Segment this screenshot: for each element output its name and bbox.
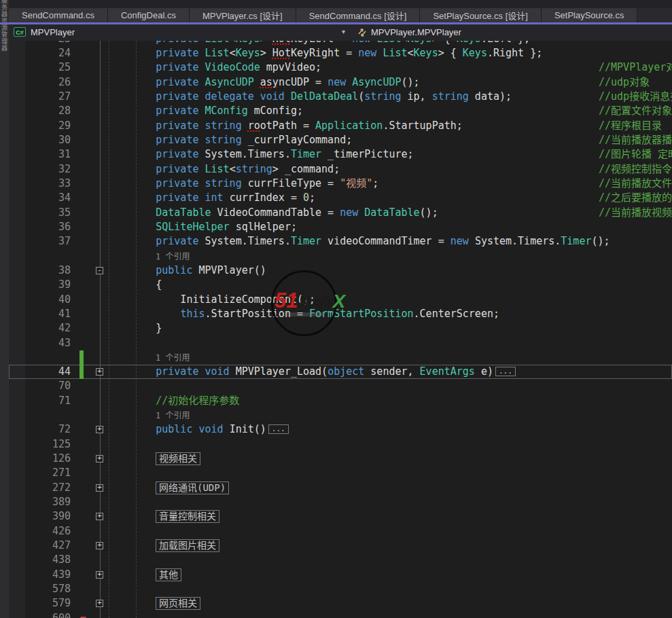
- code-token: >: [260, 47, 272, 59]
- line-number: 439: [9, 568, 71, 582]
- code-token: private: [156, 235, 205, 247]
- code-line: 71 //初始化程序参数: [9, 394, 672, 408]
- line-number: 600: [9, 611, 71, 618]
- line-number: 25: [9, 60, 71, 75]
- code-token: DataTable: [156, 206, 211, 219]
- line-number: 427: [9, 539, 71, 553]
- breadcrumb-member-dropdown[interactable]: MPVPlayer.MPVPlayer: [371, 27, 461, 37]
- fold-toggle[interactable]: +: [96, 484, 103, 492]
- collapsed-body-box[interactable]: ...: [268, 424, 289, 434]
- code-text: public MPVPlayer(): [107, 263, 672, 278]
- line-number: 24: [9, 46, 71, 60]
- codelens-references[interactable]: 1 个引用: [107, 353, 190, 363]
- code-token: new: [352, 41, 376, 45]
- tab[interactable]: MPVPlayer.cs [设计]: [190, 8, 296, 22]
- code-token: ;: [309, 192, 315, 204]
- code-token: Timer: [291, 235, 321, 247]
- code-text: 音量控制相关: [107, 509, 672, 524]
- code-line: 44+ private void MPVPlayer_Load(object s…: [9, 365, 672, 379]
- code-token: List: [205, 47, 230, 59]
- tab[interactable]: SendCommand.cs: [9, 8, 108, 22]
- codelens-references[interactable]: 1 个引用: [107, 252, 190, 261]
- tab[interactable]: SendCommand.cs [设计]: [296, 8, 421, 22]
- line-number: 32: [9, 162, 71, 177]
- code-token: public void: [156, 423, 229, 435]
- member-navigation-icon: [357, 26, 368, 41]
- fold-toggle[interactable]: +: [96, 426, 103, 433]
- collapsed-region[interactable]: 视频相关: [156, 452, 200, 465]
- code-token: >: [260, 41, 272, 45]
- line-number: 31: [9, 147, 71, 162]
- code-line: 271: [9, 466, 672, 480]
- code-editor[interactable]: 23 private List<Keys> HotKeyLeft = new L…: [9, 41, 672, 618]
- line-number: 35: [9, 206, 71, 220]
- code-token: FormStartPosition: [309, 308, 414, 320]
- collapsed-toolwindow-strip[interactable]: 服务器资源管理器: [0, 0, 9, 618]
- tab-label: MPVPlayer.cs [设计]: [202, 9, 283, 22]
- code-text: private System.Timers.Timer _timerPictur…: [107, 147, 672, 162]
- fold-toggle[interactable]: +: [96, 571, 103, 579]
- code-line: 438: [9, 553, 672, 567]
- code-token: VideoCommandTable =: [211, 206, 340, 219]
- fold-toggle[interactable]: +: [96, 455, 103, 462]
- code-token: [107, 163, 156, 175]
- fold-toggle[interactable]: -: [96, 267, 103, 274]
- code-token: private int: [156, 192, 229, 204]
- code-line: 28 private MConfig mConfig;//配置文件对象: [9, 104, 672, 118]
- code-token: [107, 308, 180, 320]
- code-token: List: [383, 47, 407, 59]
- code-token: otPath =: [260, 120, 315, 132]
- code-line: 1 个引用: [9, 350, 672, 365]
- code-line: 37 private System.Timers.Timer videoComm…: [9, 234, 672, 249]
- tab[interactable]: SetPlaySource.cs: [542, 8, 638, 22]
- fold-toggle[interactable]: +: [96, 513, 103, 520]
- fold-toggle[interactable]: +: [96, 542, 103, 549]
- code-token: _timerPicture;: [321, 148, 413, 160]
- code-token: string: [432, 90, 469, 103]
- tab[interactable]: ConfigDeal.cs: [108, 8, 190, 22]
- collapsed-region[interactable]: 其他: [156, 568, 181, 581]
- code-token: Application: [315, 120, 383, 132]
- code-token: [107, 192, 156, 204]
- code-token: [107, 221, 156, 233]
- code-token: SQLiteHelper: [156, 221, 229, 233]
- code-token: private string: [156, 134, 247, 146]
- code-line: 29 private string rootPath = Application…: [9, 119, 672, 133]
- fold-toggle[interactable]: +: [96, 368, 103, 376]
- code-token: ncUDP =: [279, 76, 328, 88]
- code-text: private VideoCode mpvVideo;//MPVPlayer对象: [107, 60, 672, 75]
- code-token: Keys: [236, 47, 260, 59]
- collapsed-region[interactable]: 网页相关: [156, 597, 200, 610]
- line-number: 29: [9, 119, 71, 133]
- inline-comment: //配置文件对象: [599, 104, 672, 118]
- change-bar: [79, 350, 84, 365]
- inline-comment: //之后要播放的索引: [599, 191, 672, 205]
- code-token: object: [328, 365, 364, 378]
- tab[interactable]: SetPlaySource.cs [设计]: [420, 8, 541, 22]
- inline-comment: //程序根目录: [599, 119, 662, 133]
- line-number: 42: [9, 321, 71, 335]
- code-line: 35 DataTable VideoCommandTable = new Dat…: [9, 206, 672, 220]
- collapsed-body-box[interactable]: ...: [495, 367, 516, 376]
- code-token: System.Timers.: [205, 148, 291, 160]
- code-token: Timer: [291, 148, 321, 160]
- codelens-references[interactable]: 1 个引用: [107, 411, 190, 420]
- code-line: 27 private delegate void DelDataDeal(str…: [9, 90, 672, 104]
- breadcrumb-type-dropdown[interactable]: MPVPlayer: [31, 27, 75, 37]
- collapsed-region[interactable]: 音量控制相关: [156, 510, 219, 523]
- code-token: ip,: [402, 90, 432, 103]
- line-number: 126: [9, 452, 71, 466]
- code-line: 1 个引用: [9, 408, 672, 422]
- code-text: private System.Timers.Timer videoCommand…: [107, 234, 672, 249]
- line-number: 36: [9, 220, 71, 234]
- inline-comment: //当前播放文件的类型: [599, 177, 672, 191]
- window-top-strip: [9, 0, 672, 8]
- fold-toggle[interactable]: +: [96, 600, 103, 607]
- code-token: EventArgs: [420, 365, 475, 378]
- code-token: [107, 41, 156, 45]
- line-number: 44: [9, 365, 71, 379]
- chevron-down-icon[interactable]: ▾: [342, 28, 345, 35]
- collapsed-region[interactable]: 加载图片相关: [156, 539, 219, 552]
- collapsed-region[interactable]: 网络通讯(UDP): [156, 481, 229, 494]
- code-token: private: [156, 105, 205, 117]
